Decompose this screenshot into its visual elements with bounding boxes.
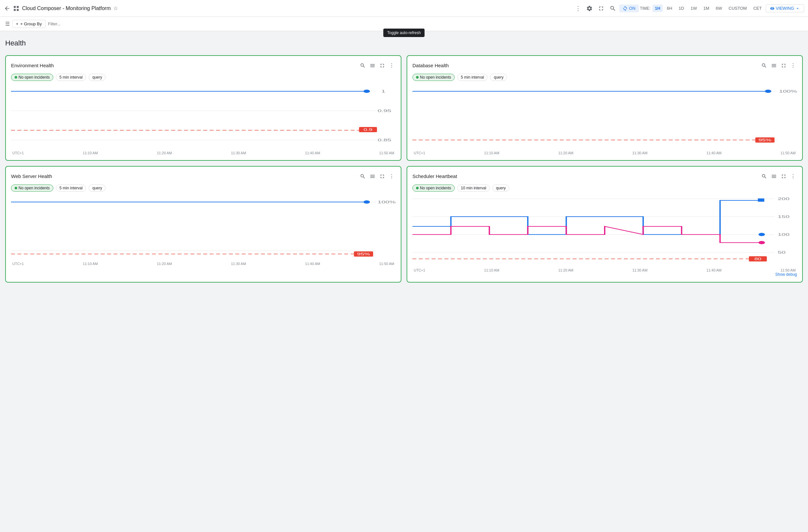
status-badge: No open incidents	[412, 184, 455, 191]
time-1d-button[interactable]: 1D	[676, 4, 687, 12]
time-6w-button[interactable]: 6W	[713, 4, 725, 12]
zoom-button[interactable]	[359, 61, 367, 70]
zoom-button[interactable]	[760, 61, 768, 70]
legend-button[interactable]	[368, 172, 377, 181]
legend-button[interactable]	[770, 61, 778, 70]
x-axis-labels: UTC+1 11:10 AM 11:20 AM 11:30 AM 11:40 A…	[11, 151, 396, 155]
time-1w-button[interactable]: 1W	[688, 4, 699, 12]
query-badge: query	[490, 74, 507, 81]
database-health-card: Database Health ⋮ No op	[407, 55, 803, 161]
chart-header: Web Server Health ⋮	[11, 172, 396, 181]
svg-text:95%: 95%	[759, 139, 772, 142]
more-chart-button[interactable]: ⋮	[388, 61, 396, 70]
badge-dot	[416, 76, 419, 79]
svg-text:0.9: 0.9	[363, 128, 372, 131]
svg-point-37	[759, 241, 765, 244]
settings-button[interactable]	[584, 3, 595, 14]
chart-title: Web Server Health	[11, 173, 52, 179]
chart-actions: ⋮	[359, 61, 396, 70]
status-badge: No open incidents	[412, 74, 455, 81]
chart-badges: No open incidents 5 min interval query	[412, 74, 797, 81]
fullscreen-chart-button[interactable]	[378, 61, 386, 70]
zoom-button[interactable]	[359, 172, 367, 181]
scheduler-heartbeat-card: Scheduler Heartbeat ⋮ N	[407, 166, 803, 282]
svg-point-15	[765, 90, 771, 93]
dashboard-grid: Environment Health ⋮ No	[5, 55, 803, 282]
svg-text:200: 200	[778, 197, 789, 201]
chart-actions: ⋮	[359, 172, 396, 181]
time-cet-button[interactable]: CET	[751, 4, 765, 12]
chart-badges: No open incidents 5 min interval query	[11, 184, 396, 191]
chart-actions: ⋮	[760, 61, 797, 70]
time-custom-button[interactable]: CUSTOM	[726, 4, 750, 12]
back-button[interactable]	[4, 5, 11, 12]
grid-button[interactable]	[13, 5, 19, 12]
badge-dot	[15, 76, 17, 79]
filter-input[interactable]	[48, 21, 803, 26]
chart-area: 100% 95%	[412, 85, 797, 150]
time-1h-button[interactable]: 1H	[653, 4, 663, 12]
interval-badge: 5 min interval	[56, 184, 86, 191]
nav-actions: ⋮ ON TIME: 1H 6H 1D 1W 1M 6W CUSTOM CET …	[573, 3, 804, 14]
web-server-health-card: Web Server Health ⋮ No	[5, 166, 401, 282]
chart-header: Environment Health ⋮	[11, 61, 396, 70]
query-badge: query	[89, 74, 106, 81]
viewing-button[interactable]: VIEWING	[766, 4, 804, 12]
group-by-button[interactable]: + + Group By	[12, 20, 45, 28]
x-axis-labels: UTC+1 11:10 AM 11:20 AM 11:30 AM 11:40 A…	[11, 262, 396, 266]
svg-text:50: 50	[778, 251, 786, 255]
section-title: Health	[5, 36, 803, 50]
chart-header: Database Health ⋮	[412, 61, 797, 70]
fullscreen-chart-button[interactable]	[779, 61, 788, 70]
auto-refresh-button[interactable]: ON	[619, 4, 639, 12]
more-chart-button[interactable]: ⋮	[789, 61, 797, 70]
query-badge: query	[89, 184, 106, 191]
chart-svg: 200 150 100 50 80	[412, 196, 797, 267]
fullscreen-button[interactable]	[596, 3, 606, 14]
time-6h-button[interactable]: 6H	[664, 4, 675, 12]
chart-title: Environment Health	[11, 63, 54, 68]
show-debug-link[interactable]: Show debug	[412, 272, 797, 277]
legend-button[interactable]	[770, 172, 778, 181]
interval-badge: 10 min interval	[457, 184, 490, 191]
fullscreen-chart-button[interactable]	[378, 172, 386, 181]
fullscreen-chart-button[interactable]	[779, 172, 788, 181]
chart-badges: No open incidents 5 min interval query	[11, 74, 396, 81]
chart-area: 100% 95%	[11, 196, 396, 260]
main-content: Health Environment Health ⋮	[0, 31, 808, 288]
svg-text:150: 150	[778, 215, 789, 219]
interval-badge: 5 min interval	[56, 74, 86, 81]
time-section: TIME: 1H 6H 1D 1W 1M 6W CUSTOM CET	[640, 4, 765, 12]
svg-text:100%: 100%	[378, 200, 396, 204]
more-options-button[interactable]: ⋮	[573, 3, 583, 14]
star-icon[interactable]: ☆	[113, 5, 118, 11]
more-chart-button[interactable]: ⋮	[388, 172, 396, 181]
svg-text:100: 100	[778, 233, 789, 237]
status-badge: No open incidents	[11, 184, 53, 191]
chart-actions: ⋮	[760, 172, 797, 181]
page-title: Cloud Composer - Monitoring Platform ☆	[22, 5, 571, 11]
zoom-button[interactable]	[760, 172, 768, 181]
badge-dot	[416, 187, 419, 189]
toolbar: ☰ + + Group By Toggle auto-refresh	[0, 17, 808, 31]
query-badge: query	[492, 184, 509, 191]
environment-health-card: Environment Health ⋮ No	[5, 55, 401, 161]
top-nav: Cloud Composer - Monitoring Platform ☆ ⋮…	[0, 0, 808, 17]
svg-text:95%: 95%	[357, 252, 370, 256]
chart-title: Scheduler Heartbeat	[412, 173, 457, 179]
chart-badges: No open incidents 10 min interval query	[412, 184, 797, 191]
svg-text:0.85: 0.85	[378, 138, 391, 142]
search-button[interactable]	[608, 3, 618, 14]
chart-area: 1 0.95 0.85 0.9	[11, 85, 396, 150]
chart-header: Scheduler Heartbeat ⋮	[412, 172, 797, 181]
legend-button[interactable]	[368, 61, 377, 70]
x-axis-labels: UTC+1 11:10 AM 11:20 AM 11:30 AM 11:40 A…	[412, 151, 797, 155]
more-chart-button[interactable]: ⋮	[789, 172, 797, 181]
svg-point-23	[363, 200, 370, 204]
x-axis-labels: UTC+1 11:10 AM 11:20 AM 11:30 AM 11:40 A…	[412, 268, 797, 272]
time-1m-button[interactable]: 1M	[701, 4, 712, 12]
menu-button[interactable]: ☰	[5, 21, 10, 27]
svg-point-36	[759, 233, 765, 236]
interval-badge: 5 min interval	[457, 74, 488, 81]
svg-text:80: 80	[754, 257, 761, 261]
